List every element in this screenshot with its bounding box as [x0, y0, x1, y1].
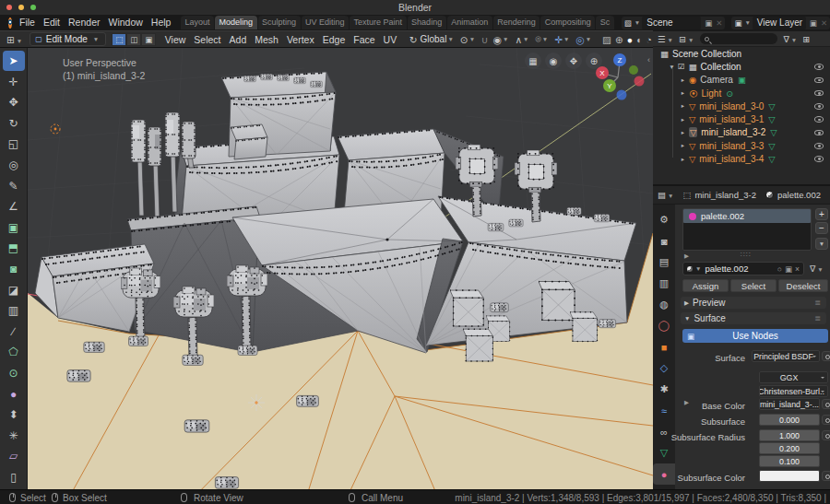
base-color-expand-caret[interactable]: ▶: [684, 399, 689, 406]
slot-list-expand-caret[interactable]: ▶: [684, 252, 689, 260]
viewport-menu-select[interactable]: Select: [190, 34, 225, 45]
edge-slide-tool[interactable]: ⬍: [3, 404, 25, 425]
viewport-menu-face[interactable]: Face: [350, 34, 379, 45]
randomize-tool[interactable]: ✳: [3, 426, 25, 446]
subsurface-animate-dot[interactable]: [822, 415, 830, 425]
new-collection-button[interactable]: ⊞: [802, 34, 810, 44]
material-slot-specials-button[interactable]: ▼: [815, 238, 828, 250]
view-layer-selector[interactable]: ▣▼ View Layer ▣ ✕: [731, 17, 830, 29]
viewport-menu-mesh[interactable]: Mesh: [251, 34, 283, 45]
rendered-shading-icon[interactable]: ◔: [646, 34, 652, 45]
properties-editor-type-icon[interactable]: ▤▼: [658, 190, 675, 200]
unlink-material-icon[interactable]: ×: [795, 264, 800, 274]
viewport-menu-add[interactable]: Add: [225, 34, 251, 45]
transform-tool[interactable]: ◎: [3, 155, 25, 175]
workspace-animation[interactable]: Animation: [447, 16, 492, 30]
loop-cut-tool[interactable]: ▥: [3, 300, 25, 321]
remove-material-slot-button[interactable]: −: [815, 222, 828, 234]
workspace-scripting[interactable]: Sc: [596, 16, 614, 30]
rotate-tool[interactable]: ↻: [3, 113, 25, 134]
3d-viewport[interactable]: Z X Y ▦ ◉ ✥ ⊕ ‹ User Perspective (1) min…: [28, 48, 653, 489]
scale-tool[interactable]: ◱: [3, 134, 25, 154]
extrude-region-tool[interactable]: ⬒: [3, 238, 25, 258]
hide-icon[interactable]: [814, 130, 824, 136]
properties-tab-output[interactable]: ▤: [653, 252, 675, 273]
copy-material-icon[interactable]: ▣: [785, 264, 792, 274]
breadcrumb-object-name[interactable]: mini_island_3-2: [694, 190, 756, 200]
add-cube-tool[interactable]: ▣: [3, 217, 25, 238]
material-filter-dropdown[interactable]: ∇▼: [810, 264, 825, 274]
surface-shader-button[interactable]: Principled BSDF: [752, 350, 820, 362]
surface-panel-header[interactable]: ▼Surface≣: [681, 312, 826, 324]
use-nodes-button[interactable]: ▣ Use Nodes: [682, 329, 828, 343]
outliner-item-camera[interactable]: ▸ ◉ Camera ▣: [653, 74, 830, 87]
workspace-compositing[interactable]: Compositing: [540, 16, 595, 30]
preview-panel-header[interactable]: ▶Preview≣: [681, 297, 826, 309]
knife-tool[interactable]: ∕: [3, 322, 25, 342]
vertex-select-mode-button[interactable]: ⬚: [112, 33, 126, 46]
move-tool[interactable]: ✥: [3, 92, 25, 112]
cursor-tool[interactable]: ✛: [3, 72, 25, 92]
mode-dropdown[interactable]: ▢ Edit Mode ▼: [30, 32, 106, 46]
delete-scene-icon[interactable]: ✕: [716, 18, 722, 28]
bevel-tool[interactable]: ◪: [3, 280, 25, 300]
new-view-layer-icon[interactable]: ▣: [810, 18, 817, 28]
workspace-texture-paint[interactable]: Texture Paint: [350, 16, 407, 30]
properties-tab-material[interactable]: ●: [653, 463, 675, 485]
gizmos-dropdown[interactable]: ✛▼: [554, 34, 571, 45]
annotate-tool[interactable]: ✎: [3, 176, 25, 196]
material-slot-list[interactable]: palette.002: [682, 208, 812, 251]
new-scene-icon[interactable]: ▣: [705, 18, 712, 28]
properties-tab-particles[interactable]: ✱: [653, 379, 675, 400]
properties-tab-scene[interactable]: ◍: [653, 294, 675, 315]
edge-select-mode-button[interactable]: ◫: [126, 33, 141, 46]
outliner-item-light[interactable]: ▸ ⦿ Light ⊙: [653, 87, 830, 100]
subsurface-slider[interactable]: 0.000: [759, 414, 820, 426]
snap-magnet-icon[interactable]: ∪: [481, 34, 489, 45]
tweak-select-tool[interactable]: ➤: [3, 51, 25, 71]
outliner-item-mini-island-3-3[interactable]: ▸ ▽ mini_island_3-3 ▽: [653, 139, 830, 152]
material-datablock-field[interactable]: ▼ palette.002 ○ ▣ ×: [682, 262, 804, 275]
spin-tool[interactable]: ⊙: [3, 363, 25, 383]
deselect-button[interactable]: Deselect: [778, 279, 828, 292]
falloff-dropdown[interactable]: ∧▼: [515, 34, 530, 45]
smooth-tool[interactable]: ●: [3, 384, 25, 404]
viewport-menu-vertex[interactable]: Vertex: [282, 34, 318, 45]
properties-tab-view-layer[interactable]: ▥: [653, 273, 675, 294]
workspace-rendering[interactable]: Rendering: [493, 16, 540, 30]
workspace-sculpting[interactable]: Sculpting: [258, 16, 301, 30]
view-layer-name-field[interactable]: View Layer: [753, 17, 806, 29]
xray-toggle-icon[interactable]: ▨: [602, 34, 611, 45]
menu-edit[interactable]: Edit: [39, 15, 64, 30]
subsurface-color-swatch[interactable]: [759, 470, 820, 482]
outliner-item-scene-collection[interactable]: ▦ Scene Collection: [653, 47, 830, 60]
outliner-display-mode-dropdown[interactable]: ☰▼: [658, 34, 675, 44]
properties-tab-object[interactable]: ■: [653, 336, 675, 357]
browse-material-icon[interactable]: [686, 265, 694, 273]
viewport-menu-edge[interactable]: Edge: [318, 34, 350, 45]
menu-file[interactable]: File: [16, 15, 40, 30]
scene-selector[interactable]: ▧▼ Scene ▣ ✕: [622, 17, 726, 29]
subsurface-radius-slider-1[interactable]: 0.200: [759, 442, 820, 454]
transform-orientation-dropdown[interactable]: ↻Global▼: [409, 34, 456, 45]
base-color-value[interactable]: mini_island_3-...: [759, 398, 820, 410]
measure-tool[interactable]: ∠: [3, 196, 25, 217]
hide-icon[interactable]: [814, 143, 824, 149]
fake-user-icon[interactable]: ○: [777, 264, 782, 274]
properties-tab-render[interactable]: ◙: [653, 230, 675, 252]
delete-view-layer-icon[interactable]: ✕: [821, 18, 827, 28]
hide-icon[interactable]: [814, 116, 824, 123]
base-color-animate-dot[interactable]: [822, 399, 830, 409]
menu-help[interactable]: Help: [147, 15, 175, 30]
add-material-slot-button[interactable]: +: [815, 208, 828, 220]
rip-region-tool[interactable]: ▯: [3, 467, 25, 487]
mesh-small-cube[interactable]: [231, 124, 267, 159]
assign-button[interactable]: Assign: [682, 279, 729, 292]
pivot-point-dropdown[interactable]: ⌾▼: [536, 33, 551, 45]
subsurface-radius-slider-2[interactable]: 0.100: [759, 455, 820, 467]
face-select-mode-button[interactable]: ▣: [141, 33, 156, 46]
material-shading-icon[interactable]: ◐: [636, 34, 642, 45]
hide-icon[interactable]: [814, 77, 824, 84]
material-name-field[interactable]: palette.002: [705, 264, 777, 274]
workspace-shading[interactable]: Shading: [408, 16, 446, 30]
